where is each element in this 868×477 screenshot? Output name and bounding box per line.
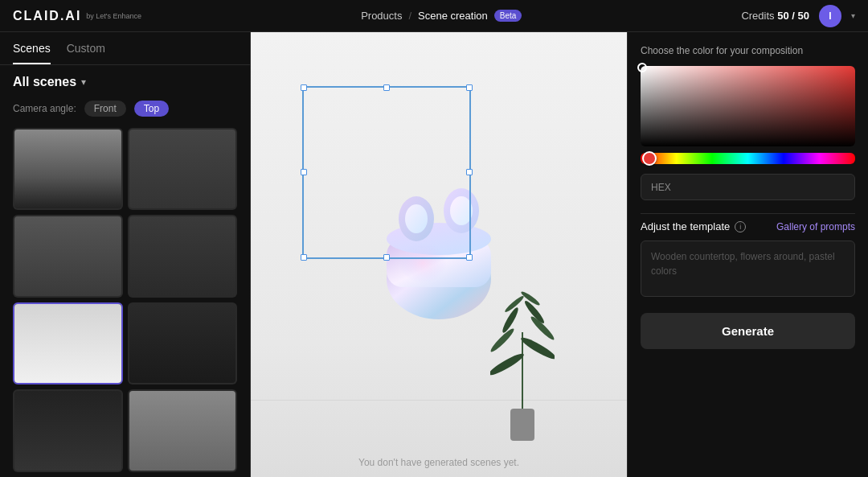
- template-textarea[interactable]: [641, 241, 855, 297]
- scene-thumb-1[interactable]: [13, 128, 123, 210]
- floor-line: [251, 400, 627, 401]
- svg-point-15: [405, 204, 428, 233]
- scene-5-preview: [14, 304, 121, 383]
- scene-3-preview: [14, 216, 121, 295]
- generate-button[interactable]: Generate: [641, 313, 855, 349]
- right-panel-inner: Choose the color for your composition HE…: [628, 32, 868, 394]
- all-scenes-title: All scenes: [13, 75, 76, 89]
- template-left: Adjust the template i: [641, 220, 746, 232]
- chevron-down-icon[interactable]: ▾: [851, 11, 855, 20]
- scene-thumb-3[interactable]: [13, 215, 123, 297]
- nav-separator: /: [408, 10, 411, 22]
- logo-text: CLAID.AI: [13, 9, 81, 23]
- scene-thumb-7[interactable]: [13, 389, 123, 471]
- avatar[interactable]: I: [819, 5, 841, 27]
- canvas-area[interactable]: You don't have generated scenes yet.: [251, 32, 627, 477]
- color-hue-bar[interactable]: [641, 153, 855, 164]
- scene-7-preview: [14, 391, 121, 470]
- scene-2-preview: [129, 130, 236, 208]
- template-section-header: Adjust the template i Gallery of prompts: [641, 220, 855, 232]
- scene-thumb-5[interactable]: [13, 302, 123, 384]
- header-right: Credits 50 / 50 I ▾: [741, 5, 855, 27]
- color-gradient-picker[interactable]: [641, 66, 855, 146]
- main-layout: Scenes Custom All scenes ▾ Camera angle:…: [0, 32, 868, 477]
- scene-8-preview: [129, 391, 236, 470]
- nav-current: Scene creation: [418, 10, 488, 22]
- sidebar-content: All scenes ▾ Camera angle: Front Top: [0, 65, 250, 477]
- sidebar-tabs: Scenes Custom: [0, 32, 250, 65]
- sidebar: Scenes Custom All scenes ▾ Camera angle:…: [0, 32, 251, 477]
- scene-thumb-8[interactable]: [128, 389, 238, 471]
- by-label: by Let's Enhance: [86, 12, 141, 20]
- info-icon[interactable]: i: [735, 221, 746, 232]
- svg-point-3: [519, 335, 555, 362]
- svg-rect-0: [510, 409, 534, 441]
- hex-input-row: HEX: [641, 174, 855, 200]
- header-nav: Products / Scene creation Beta: [361, 10, 522, 22]
- hex-label: HEX: [651, 182, 671, 193]
- tab-scenes[interactable]: Scenes: [13, 42, 51, 64]
- no-scenes-text: You don't have generated scenes yet.: [358, 454, 519, 469]
- beta-badge: Beta: [494, 10, 522, 22]
- credits-label: Credits: [741, 10, 774, 22]
- scenes-dropdown-icon[interactable]: ▾: [81, 76, 86, 88]
- credits-used: 50 / 50: [777, 10, 809, 22]
- color-picker-cursor: [637, 63, 647, 72]
- camera-label: Camera angle:: [13, 103, 76, 114]
- template-label: Adjust the template: [641, 220, 730, 232]
- all-scenes-header: All scenes ▾: [13, 75, 237, 89]
- app-header: CLAID.AI by Let's Enhance Products / Sce…: [0, 0, 868, 32]
- divider: [641, 213, 855, 214]
- camera-angle-row: Camera angle: Front Top: [13, 101, 237, 117]
- logo-area: CLAID.AI by Let's Enhance: [13, 9, 141, 23]
- angle-top-button[interactable]: Top: [134, 101, 169, 117]
- svg-point-18: [450, 196, 473, 225]
- credits-display: Credits 50 / 50: [741, 10, 809, 22]
- hex-input[interactable]: [679, 181, 845, 193]
- scene-1-preview: [14, 130, 121, 208]
- hue-slider[interactable]: [642, 151, 657, 166]
- scene-thumb-4[interactable]: [128, 215, 238, 297]
- svg-point-13: [399, 243, 447, 283]
- scenes-grid: [13, 128, 237, 472]
- scene-6-preview: [129, 304, 236, 383]
- product-image: [358, 167, 519, 327]
- nav-products[interactable]: Products: [361, 10, 402, 22]
- svg-point-2: [490, 351, 526, 378]
- scene-thumb-2[interactable]: [128, 128, 238, 210]
- color-instruction: Choose the color for your composition: [641, 45, 855, 56]
- scene-thumb-6[interactable]: [128, 302, 238, 384]
- tab-custom[interactable]: Custom: [67, 42, 105, 64]
- right-panel: Choose the color for your composition HE…: [627, 32, 868, 477]
- scene-4-preview: [129, 216, 236, 295]
- angle-front-button[interactable]: Front: [84, 101, 126, 117]
- gallery-link[interactable]: Gallery of prompts: [776, 221, 855, 232]
